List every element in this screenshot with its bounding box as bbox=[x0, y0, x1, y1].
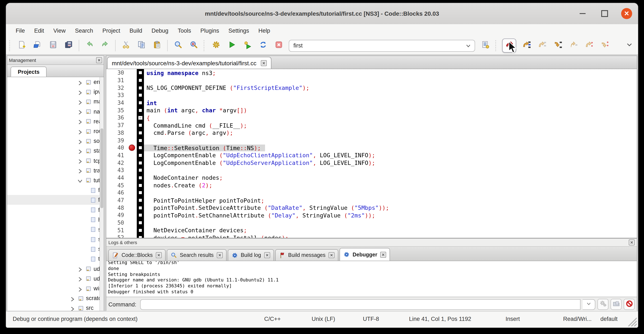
abort-build-button[interactable] bbox=[273, 40, 284, 51]
line-number[interactable]: 40 bbox=[106, 145, 128, 151]
tree-item-fif[interactable]: fif bbox=[7, 185, 104, 195]
line-number[interactable]: 38 bbox=[106, 130, 128, 136]
code-line-51[interactable]: 51 NetDeviceContainer devices; bbox=[106, 227, 637, 234]
line-number[interactable]: 46 bbox=[106, 190, 128, 196]
code-line-50[interactable]: 50 bbox=[106, 219, 637, 227]
debugger-output[interactable]: Setting SHELL to '/bin/sh'doneSetting br… bbox=[106, 261, 637, 297]
code-line-32[interactable]: 32NS_LOG_COMPONENT_DEFINE ("FirstScriptE… bbox=[106, 84, 637, 92]
close-button[interactable]: ✕ bbox=[621, 8, 632, 19]
menu-search[interactable]: Search bbox=[70, 24, 98, 37]
open-file-button[interactable] bbox=[32, 40, 43, 51]
line-number[interactable]: 51 bbox=[106, 227, 128, 233]
logs-close-button[interactable] bbox=[629, 239, 635, 245]
chevron-right-icon[interactable] bbox=[78, 148, 82, 153]
tree-item-th[interactable]: th bbox=[7, 254, 104, 264]
tree-item-sock[interactable]: sock bbox=[7, 136, 104, 146]
breakpoint-margin[interactable] bbox=[128, 204, 137, 211]
tree-item-wire[interactable]: wire bbox=[7, 283, 104, 293]
line-number[interactable]: 36 bbox=[106, 115, 128, 121]
line-number[interactable]: 39 bbox=[106, 137, 128, 143]
breakpoint-margin[interactable] bbox=[128, 234, 137, 238]
clear-log-button[interactable] bbox=[624, 299, 635, 310]
code-line-40[interactable]: 40 Time::SetResolution (Time::NS); bbox=[106, 144, 637, 152]
fold-margin[interactable]: − bbox=[137, 114, 144, 121]
next-instruction-button[interactable] bbox=[584, 40, 594, 51]
breakpoint-margin[interactable] bbox=[128, 107, 137, 114]
tree-item-tuto[interactable]: tuto bbox=[7, 175, 104, 185]
line-number[interactable]: 37 bbox=[106, 122, 128, 128]
line-number[interactable]: 48 bbox=[106, 204, 128, 211]
line-number[interactable]: 43 bbox=[106, 167, 128, 174]
tree-item-fir[interactable]: fir bbox=[7, 195, 104, 205]
code-line-38[interactable]: 38 cmd.Parse (argc, argv); bbox=[106, 129, 637, 137]
code-line-42[interactable]: 42 LogComponentEnable ("UdpEchoServerApp… bbox=[106, 159, 637, 167]
chevron-right-icon[interactable] bbox=[70, 296, 75, 301]
breakpoint-margin[interactable] bbox=[128, 77, 137, 84]
chevron-right-icon[interactable] bbox=[78, 119, 82, 124]
tree-item-he[interactable]: he bbox=[7, 215, 104, 224]
fold-margin[interactable] bbox=[137, 84, 144, 92]
chevron-right-icon[interactable] bbox=[78, 89, 82, 95]
chevron-right-icon[interactable] bbox=[78, 158, 82, 163]
log-tab-close-button[interactable] bbox=[328, 252, 334, 258]
breakpoint-margin[interactable] bbox=[128, 137, 137, 144]
command-input[interactable] bbox=[143, 301, 578, 308]
toolbar-grip[interactable] bbox=[9, 40, 12, 51]
toolbar-overflow-button[interactable] bbox=[624, 40, 635, 51]
toolbar-grip[interactable] bbox=[204, 40, 206, 51]
fold-margin[interactable] bbox=[137, 211, 144, 219]
fold-margin[interactable] bbox=[137, 204, 144, 211]
breakpoint-margin[interactable] bbox=[128, 189, 137, 196]
fold-margin[interactable] bbox=[137, 122, 144, 129]
log-tab-build-log[interactable]: Build log bbox=[228, 249, 274, 261]
save-all-button[interactable] bbox=[63, 40, 74, 51]
line-number[interactable]: 44 bbox=[106, 175, 128, 181]
fold-margin[interactable] bbox=[137, 167, 144, 174]
log-tab-close-button[interactable] bbox=[264, 252, 270, 258]
replace-button[interactable]: R bbox=[188, 40, 199, 51]
tree-scrollbar[interactable] bbox=[100, 77, 104, 311]
line-number[interactable]: 32 bbox=[106, 85, 128, 91]
tree-item-mat[interactable]: mat bbox=[7, 97, 104, 107]
line-number[interactable]: 45 bbox=[106, 182, 128, 188]
breakpoint-margin[interactable] bbox=[128, 167, 137, 174]
fold-margin[interactable] bbox=[137, 99, 144, 107]
menu-build[interactable]: Build bbox=[125, 24, 147, 37]
next-line-button[interactable] bbox=[536, 40, 548, 51]
line-number[interactable]: 30 bbox=[106, 70, 128, 76]
fold-margin[interactable] bbox=[137, 107, 144, 114]
management-close-button[interactable] bbox=[96, 57, 102, 63]
new-file-button[interactable] bbox=[16, 40, 27, 51]
breakpoint-margin[interactable] bbox=[128, 69, 137, 77]
step-into-button[interactable] bbox=[552, 40, 563, 51]
breakpoint-margin[interactable] bbox=[128, 211, 137, 219]
fold-margin[interactable] bbox=[137, 234, 144, 238]
line-number[interactable]: 33 bbox=[106, 92, 128, 99]
fold-margin[interactable] bbox=[137, 219, 144, 227]
code-line-30[interactable]: 30using namespace ns3; bbox=[106, 69, 637, 77]
toolbar-grip[interactable] bbox=[496, 40, 498, 51]
code-line-48[interactable]: 48 pointToPoint.SetDeviceAttribute ("Dat… bbox=[106, 204, 637, 211]
chevron-right-icon[interactable] bbox=[78, 276, 82, 281]
editor-tab-close-button[interactable] bbox=[260, 60, 266, 66]
run-button[interactable] bbox=[226, 40, 237, 51]
breakpoint-margin[interactable] bbox=[128, 152, 137, 159]
compiler-info-button[interactable] bbox=[480, 40, 491, 51]
copy-log-button[interactable] bbox=[610, 299, 622, 310]
code-line-44[interactable]: 44 NodeContainer nodes; bbox=[106, 174, 637, 181]
chevron-right-icon[interactable] bbox=[78, 109, 82, 114]
log-tab-close-button[interactable] bbox=[216, 252, 222, 258]
breakpoint-margin[interactable] bbox=[128, 144, 137, 152]
breakpoint-margin[interactable] bbox=[128, 129, 137, 137]
chevron-right-icon[interactable] bbox=[78, 129, 82, 134]
breakpoint-margin[interactable] bbox=[128, 174, 137, 181]
step-out-button[interactable] bbox=[568, 40, 579, 51]
tree-item-nam[interactable]: nam bbox=[7, 107, 104, 116]
minimize-button[interactable] bbox=[577, 8, 588, 19]
chevron-right-icon[interactable] bbox=[78, 168, 82, 173]
code-line-33[interactable]: 33 bbox=[106, 92, 637, 99]
find-button[interactable] bbox=[172, 40, 183, 51]
code-line-31[interactable]: 31 bbox=[106, 77, 637, 84]
tree-item-fo[interactable]: fo bbox=[7, 205, 104, 215]
code-line-45[interactable]: 45 nodes.Create (2); bbox=[106, 182, 637, 189]
